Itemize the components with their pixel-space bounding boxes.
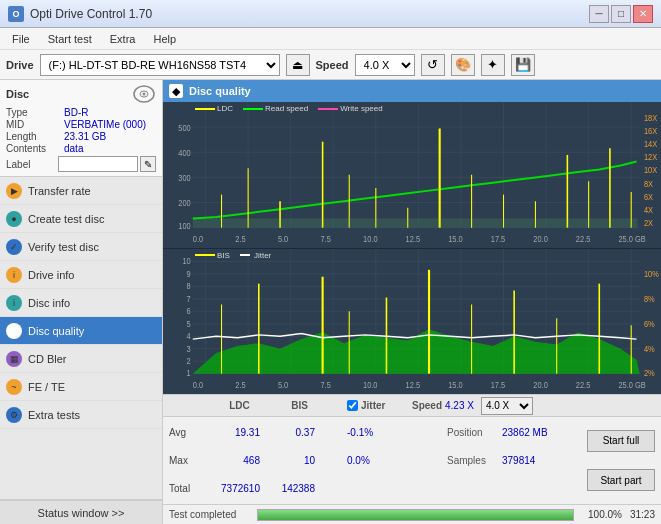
disc-contents-val: data bbox=[64, 143, 83, 154]
start-full-button[interactable]: Start full bbox=[587, 430, 655, 452]
start-part-button[interactable]: Start part bbox=[587, 469, 655, 491]
title-bar: O Opti Drive Control 1.70 ─ □ ✕ bbox=[0, 0, 661, 28]
svg-text:2%: 2% bbox=[644, 367, 655, 378]
svg-text:6X: 6X bbox=[644, 191, 653, 202]
avg-bis: 0.37 bbox=[272, 427, 327, 438]
nav-verify-test-disc[interactable]: ✓ Verify test disc bbox=[0, 233, 162, 261]
svg-text:8: 8 bbox=[187, 280, 191, 291]
fe-te-icon: ~ bbox=[6, 379, 22, 395]
disc-contents-row: Contents data bbox=[6, 143, 156, 154]
close-button[interactable]: ✕ bbox=[633, 5, 653, 23]
legend-read-speed: Read speed bbox=[243, 104, 308, 113]
nav-fe-te-label: FE / TE bbox=[28, 381, 65, 393]
nav-transfer-rate-label: Transfer rate bbox=[28, 185, 91, 197]
svg-text:10.0: 10.0 bbox=[363, 378, 378, 389]
app-icon: O bbox=[8, 6, 24, 22]
menu-extra[interactable]: Extra bbox=[102, 31, 144, 47]
top-chart-legend: LDC Read speed Write speed bbox=[195, 104, 383, 113]
progress-bar-fill bbox=[258, 510, 573, 520]
nav-drive-info[interactable]: i Drive info bbox=[0, 261, 162, 289]
svg-text:200: 200 bbox=[178, 198, 191, 209]
app-title: Opti Drive Control 1.70 bbox=[30, 7, 152, 21]
paint-button[interactable]: 🎨 bbox=[451, 54, 475, 76]
samples-label: Samples bbox=[447, 455, 502, 466]
menu-start-test[interactable]: Start test bbox=[40, 31, 100, 47]
nav-fe-te[interactable]: ~ FE / TE bbox=[0, 373, 162, 401]
svg-text:5.0: 5.0 bbox=[278, 378, 289, 389]
svg-text:15.0: 15.0 bbox=[448, 233, 463, 244]
disc-label-input[interactable] bbox=[58, 156, 138, 172]
eject-button[interactable]: ⏏ bbox=[286, 54, 310, 76]
svg-text:25.0 GB: 25.0 GB bbox=[618, 378, 645, 389]
svg-point-2 bbox=[143, 93, 146, 96]
legend-jitter: Jitter bbox=[240, 251, 271, 260]
refresh-button[interactable]: ↺ bbox=[421, 54, 445, 76]
cd-bler-icon: ▦ bbox=[6, 351, 22, 367]
svg-text:10X: 10X bbox=[644, 165, 658, 176]
top-chart: LDC Read speed Write speed bbox=[163, 102, 661, 249]
drive-label: Drive bbox=[6, 59, 34, 71]
drive-info-icon: i bbox=[6, 267, 22, 283]
drive-select[interactable]: (F:) HL-DT-ST BD-RE WH16NS58 TST4 bbox=[40, 54, 280, 76]
minimize-button[interactable]: ─ bbox=[589, 5, 609, 23]
nav-disc-quality[interactable]: ◆ Disc quality bbox=[0, 317, 162, 345]
disc-type-val: BD-R bbox=[64, 107, 88, 118]
bottom-chart-legend: BIS Jitter bbox=[195, 251, 271, 260]
disc-panel: Disc Type BD-R MID VERBATIMe (000) bbox=[0, 80, 162, 177]
avg-jitter: -0.1% bbox=[347, 427, 412, 438]
svg-text:20.0: 20.0 bbox=[533, 378, 548, 389]
max-label: Max bbox=[169, 455, 207, 466]
disc-label-row: Label ✎ bbox=[6, 156, 156, 172]
status-window-button[interactable]: Status window >> bbox=[0, 500, 162, 524]
svg-text:14X: 14X bbox=[644, 138, 658, 149]
stats-speed-select[interactable]: 4.0 X bbox=[481, 397, 533, 415]
legend-bis: BIS bbox=[195, 251, 230, 260]
chart-container: ◆ Disc quality LDC Read speed bbox=[163, 80, 661, 394]
nav-disc-info[interactable]: i Disc info bbox=[0, 289, 162, 317]
svg-text:25.0 GB: 25.0 GB bbox=[618, 233, 646, 244]
total-bis: 142388 bbox=[272, 483, 327, 494]
nav-extra-tests[interactable]: ⚙ Extra tests bbox=[0, 401, 162, 429]
stats-jitter-check-container: Jitter bbox=[347, 400, 412, 411]
star-button[interactable]: ✦ bbox=[481, 54, 505, 76]
position-val: 23862 MB bbox=[502, 427, 548, 438]
svg-text:3: 3 bbox=[187, 342, 191, 353]
disc-label-edit-button[interactable]: ✎ bbox=[140, 156, 156, 172]
nav-disc-info-label: Disc info bbox=[28, 297, 70, 309]
svg-text:17.5: 17.5 bbox=[491, 378, 506, 389]
disc-icon bbox=[132, 84, 156, 104]
svg-text:7.5: 7.5 bbox=[320, 233, 331, 244]
stats-avg-row: Avg 19.31 0.37 -0.1% bbox=[169, 424, 435, 442]
stats-left: Avg 19.31 0.37 -0.1% Max 468 10 0.0% bbox=[163, 417, 441, 504]
svg-text:6%: 6% bbox=[644, 317, 655, 328]
svg-text:7: 7 bbox=[187, 292, 191, 303]
save-button[interactable]: 💾 bbox=[511, 54, 535, 76]
maximize-button[interactable]: □ bbox=[611, 5, 631, 23]
svg-text:2.5: 2.5 bbox=[235, 378, 246, 389]
nav-cd-bler[interactable]: ▦ CD Bler bbox=[0, 345, 162, 373]
chart-title-bar: ◆ Disc quality bbox=[163, 80, 661, 102]
svg-text:17.5: 17.5 bbox=[491, 233, 506, 244]
progress-bar-container bbox=[257, 509, 574, 521]
stats-data-section: Avg 19.31 0.37 -0.1% Max 468 10 0.0% bbox=[163, 417, 661, 504]
svg-text:400: 400 bbox=[178, 147, 191, 158]
transfer-rate-icon: ▶ bbox=[6, 183, 22, 199]
disc-length-val: 23.31 GB bbox=[64, 131, 106, 142]
menu-help[interactable]: Help bbox=[145, 31, 184, 47]
svg-text:2X: 2X bbox=[644, 218, 653, 229]
menu-file[interactable]: File bbox=[4, 31, 38, 47]
avg-label: Avg bbox=[169, 427, 207, 438]
start-buttons-col: Start full Start part bbox=[581, 417, 661, 504]
svg-text:10.0: 10.0 bbox=[363, 233, 378, 244]
nav-items: ▶ Transfer rate ● Create test disc ✓ Ver… bbox=[0, 177, 162, 499]
svg-text:1: 1 bbox=[187, 367, 191, 378]
jitter-checkbox[interactable] bbox=[347, 400, 358, 411]
svg-text:2: 2 bbox=[187, 355, 191, 366]
jitter-label: Jitter bbox=[361, 400, 385, 411]
speed-select[interactable]: 4.0 X bbox=[355, 54, 415, 76]
nav-create-test-disc[interactable]: ● Create test disc bbox=[0, 205, 162, 233]
create-test-disc-icon: ● bbox=[6, 211, 22, 227]
nav-transfer-rate[interactable]: ▶ Transfer rate bbox=[0, 177, 162, 205]
samples-val: 379814 bbox=[502, 455, 535, 466]
svg-text:16X: 16X bbox=[644, 125, 658, 136]
